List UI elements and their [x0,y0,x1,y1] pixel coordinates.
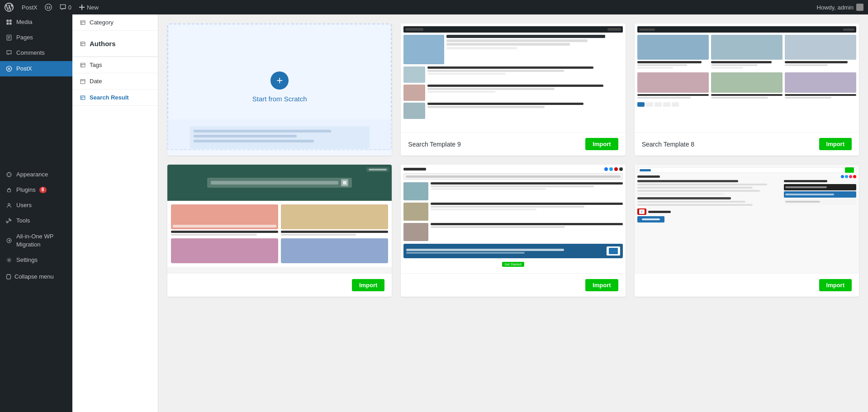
sidebar-item-media[interactable]: Media [0,14,72,30]
main-sidebar: Media Pages Comments PostX Appearance Pl… [0,14,72,412]
template-card-teal: Import [167,165,392,297]
calendar-icon [80,78,86,85]
template-grid: + Start from Scratch [167,24,859,297]
users-icon [5,202,13,209]
avatar [856,4,863,11]
template-card-footer-search9: Search Template 9 Import [401,132,625,156]
user-info[interactable]: Howdy, admin [817,4,863,11]
template-card-search9: Search Template 9 Import [401,24,625,156]
template-preview-teal [167,165,392,273]
tools-icon [5,217,13,224]
list-icon [80,19,86,26]
sidebar-item-plugins[interactable]: Plugins 8 [0,182,72,198]
template-card-footer-postx: Import [635,273,859,297]
svg-text:13: 13 [46,5,50,9]
sidebar-item-pages[interactable]: Pages [0,30,72,45]
wp-logo[interactable] [5,3,14,12]
secondary-sidebar-search-result[interactable]: Search Result [72,90,158,106]
secondary-sidebar-authors[interactable]: Authors [72,31,158,57]
import-button-category[interactable]: Import [585,279,618,291]
sidebar-item-settings[interactable]: Settings [0,252,72,268]
secondary-sidebar-tags[interactable]: Tags [72,57,158,73]
migration-icon [5,237,13,244]
admin-bar: PostX 13 0 New Howdy, admin [0,0,868,14]
svg-rect-16 [81,20,85,24]
collapse-menu-button[interactable]: Collapse menu [0,268,72,285]
import-button-teal[interactable]: Import [352,279,384,291]
sidebar-item-migration[interactable]: All-in-One WP Migration [0,229,72,252]
template-card-footer-search8: Search Template 8 Import [635,132,859,156]
plus-icon: + [270,71,289,90]
main-content: + Start from Scratch [158,14,868,412]
template-card-category: Get Started! Import [401,165,625,297]
template-card-search8: Search Template 8 Import [635,24,859,156]
updates-item[interactable]: 13 [41,0,56,14]
secondary-sidebar: Category Authors Tags Date Search Result [72,14,158,412]
comments-icon [5,49,13,57]
comments-item[interactable]: 0 [56,0,75,14]
secondary-sidebar-category[interactable]: Category [72,14,158,31]
svg-rect-25 [81,79,85,83]
svg-point-13 [8,204,10,205]
svg-rect-4 [6,23,9,25]
template-card-footer-teal: Import [167,273,392,297]
list-icon-tags [80,62,86,68]
plugins-badge: 8 [39,187,47,193]
import-button-search8[interactable]: Import [819,138,852,150]
template-preview-postx: X [635,165,859,273]
template-title-search9: Search Template 9 [408,141,460,148]
template-preview-category: Get Started! [401,165,625,273]
svg-rect-19 [81,42,85,45]
list-icon-authors [80,41,86,47]
template-title-search8: Search Template 8 [642,141,694,148]
pages-icon [5,34,13,41]
site-name[interactable]: PostX [18,0,41,14]
import-button-postx[interactable]: Import [819,279,852,291]
postx-icon [5,65,13,72]
svg-point-15 [8,259,10,261]
appearance-icon [5,171,13,178]
svg-rect-12 [8,189,11,192]
template-card-postx: X Import [635,165,859,297]
svg-rect-5 [9,23,12,25]
import-button-search9[interactable]: Import [585,138,618,150]
template-card-scratch: + Start from Scratch [167,24,392,156]
plugins-icon [5,186,13,194]
template-preview-search9 [401,24,625,132]
sidebar-item-comments[interactable]: Comments [0,45,72,61]
svg-rect-29 [81,95,85,99]
settings-icon [5,256,13,264]
new-content-item[interactable]: New [75,0,102,14]
sidebar-item-appearance[interactable]: Appearance [0,167,72,182]
scratch-card-button[interactable]: + Start from Scratch [167,24,392,150]
secondary-sidebar-date[interactable]: Date [72,73,158,90]
template-preview-search8 [635,24,859,132]
template-card-footer-category: Import [401,273,625,297]
media-icon [5,19,13,26]
sidebar-item-postx[interactable]: PostX [0,61,72,76]
svg-rect-3 [9,19,12,22]
svg-rect-22 [81,63,85,66]
list-icon-search [80,95,86,101]
sidebar-item-users[interactable]: Users [0,198,72,213]
sidebar-item-tools[interactable]: Tools [0,213,72,228]
svg-rect-2 [6,19,9,22]
